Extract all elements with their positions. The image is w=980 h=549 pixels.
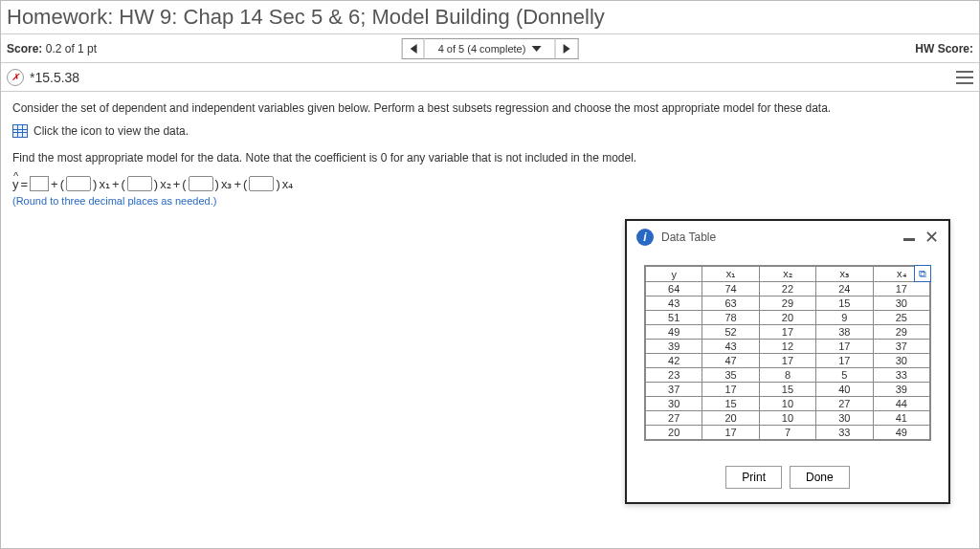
- table-row: 2720103041: [646, 411, 930, 426]
- data-table-container: ⧉ y x₁ x₂ x₃ x₄ 647422241743632915305178…: [644, 265, 931, 441]
- cell-y: 42: [646, 354, 702, 368]
- question-progress-dropdown[interactable]: 4 of 5 (4 complete): [425, 38, 556, 59]
- cell-x1: 74: [702, 282, 759, 296]
- info-icon: i: [636, 229, 654, 246]
- col-x3: x₃: [816, 267, 873, 282]
- view-data-text: Click the icon to view the data.: [33, 124, 189, 138]
- cell-y: 20: [646, 426, 702, 440]
- cell-x1: 20: [702, 411, 759, 426]
- y-hat: y: [12, 177, 19, 191]
- cell-x1: 17: [702, 426, 759, 440]
- cell-x4: 30: [873, 296, 929, 311]
- cell-y: 64: [646, 282, 702, 296]
- cell-x2: 29: [759, 296, 815, 311]
- table-header-row: y x₁ x₂ x₃ x₄: [646, 267, 930, 282]
- triangle-right-icon: [563, 44, 569, 54]
- cell-x1: 35: [702, 368, 759, 383]
- cell-x3: 17: [816, 340, 873, 354]
- cell-y: 49: [646, 325, 702, 340]
- intercept-input[interactable]: [30, 176, 49, 191]
- dialog-title: Data Table: [661, 231, 716, 244]
- cell-x2: 7: [759, 426, 815, 440]
- cell-y: 51: [646, 311, 702, 325]
- cell-x3: 24: [816, 282, 873, 296]
- table-row: 23358533: [646, 368, 930, 383]
- done-button[interactable]: Done: [790, 466, 850, 489]
- cell-x3: 30: [816, 411, 873, 426]
- cell-x2: 10: [759, 411, 815, 426]
- table-row: 4952173829: [646, 325, 930, 340]
- hw-score-label: HW Score:: [915, 42, 973, 55]
- app-frame: Homework: HW 9: Chap 14 Sec 5 & 6; Model…: [0, 0, 980, 549]
- cell-x2: 15: [759, 383, 815, 397]
- table-row: 201773349: [646, 426, 930, 440]
- next-question-button[interactable]: [555, 38, 578, 59]
- table-row: 3943121737: [646, 340, 930, 354]
- question-id-bar: ✗ *15.5.38: [1, 63, 979, 92]
- cell-y: 27: [646, 411, 702, 426]
- coef-x4-input[interactable]: [249, 176, 274, 191]
- prev-question-button[interactable]: [402, 38, 425, 59]
- cell-y: 37: [646, 383, 702, 397]
- cell-x2: 20: [759, 311, 815, 325]
- cell-x1: 52: [702, 325, 759, 340]
- cell-x1: 17: [702, 383, 759, 397]
- cell-x1: 15: [702, 397, 759, 411]
- page-title: Homework: HW 9: Chap 14 Sec 5 & 6; Model…: [1, 1, 979, 34]
- cell-x3: 33: [816, 426, 873, 440]
- col-x2: x₂: [759, 267, 815, 282]
- minimize-icon[interactable]: [903, 238, 915, 241]
- cell-x3: 15: [816, 296, 873, 311]
- view-data-link[interactable]: Click the icon to view the data.: [12, 124, 968, 138]
- question-content: Consider the set of dependent and indepe…: [1, 92, 979, 216]
- triangle-down-icon: [531, 46, 541, 52]
- print-button[interactable]: Print: [725, 466, 782, 489]
- triangle-left-icon: [410, 44, 416, 54]
- cell-x4: 49: [873, 426, 929, 440]
- cell-x4: 33: [873, 368, 929, 383]
- question-id: *15.5.38: [30, 70, 79, 85]
- close-icon[interactable]: ✕: [924, 231, 939, 244]
- cell-x1: 78: [702, 311, 759, 325]
- hw-score-readout: HW Score:: [915, 42, 973, 55]
- col-y: y: [646, 267, 702, 282]
- coef-x3-input[interactable]: [189, 176, 213, 191]
- cell-x4: 39: [873, 383, 929, 397]
- cell-x3: 40: [816, 383, 873, 397]
- coef-x2-input[interactable]: [127, 176, 152, 191]
- cell-y: 30: [646, 397, 702, 411]
- cell-y: 39: [646, 340, 702, 354]
- dialog-body: ⧉ y x₁ x₂ x₃ x₄ 647422241743632915305178…: [627, 252, 948, 452]
- question-nav: 4 of 5 (4 complete): [402, 38, 579, 59]
- table-row: 517820925: [646, 311, 930, 325]
- cell-x4: 29: [873, 325, 929, 340]
- cell-y: 23: [646, 368, 702, 383]
- data-table-icon: [12, 124, 28, 138]
- copy-table-button[interactable]: ⧉: [914, 265, 931, 282]
- rounding-note: (Round to three decimal places as needed…: [12, 195, 968, 207]
- cell-x1: 63: [702, 296, 759, 311]
- coef-x1-input[interactable]: [66, 176, 91, 191]
- question-progress-text: 4 of 5 (4 complete): [438, 43, 526, 55]
- table-row: 3015102744: [646, 397, 930, 411]
- col-x1: x₁: [702, 267, 759, 282]
- cell-x4: 25: [873, 311, 929, 325]
- cell-x3: 38: [816, 325, 873, 340]
- score-value: 0.2 of 1 pt: [46, 42, 97, 55]
- score-bar: Score: 0.2 of 1 pt 4 of 5 (4 complete) H…: [1, 34, 979, 63]
- data-table: y x₁ x₂ x₃ x₄ 64742224174363291530517820…: [645, 266, 930, 440]
- cell-x4: 17: [873, 282, 929, 296]
- score-readout: Score: 0.2 of 1 pt: [7, 42, 97, 55]
- cell-x1: 43: [702, 340, 759, 354]
- cell-y: 43: [646, 296, 702, 311]
- table-row: 6474222417: [646, 282, 930, 296]
- table-row: 4247171730: [646, 354, 930, 368]
- cell-x3: 9: [816, 311, 873, 325]
- status-incorrect-icon: ✗: [7, 69, 24, 86]
- cell-x4: 30: [873, 354, 929, 368]
- question-list-button[interactable]: [956, 71, 973, 84]
- table-row: 3717154039: [646, 383, 930, 397]
- dialog-header: i Data Table ✕: [627, 221, 948, 252]
- cell-x2: 12: [759, 340, 815, 354]
- dialog-controls: ✕: [903, 231, 939, 244]
